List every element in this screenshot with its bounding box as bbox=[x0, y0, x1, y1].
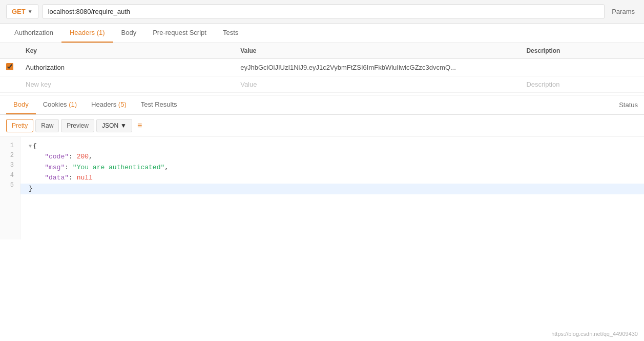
resp-toolbar: Pretty Raw Preview JSON ▼ ≡ bbox=[0, 115, 644, 137]
tab-headers[interactable]: Headers (1) bbox=[61, 24, 113, 43]
row-checkbox-cell[interactable] bbox=[0, 59, 19, 76]
new-value-placeholder: Value bbox=[240, 81, 257, 88]
col-key: Key bbox=[19, 43, 234, 59]
json-format-label: JSON bbox=[102, 122, 118, 129]
new-key-placeholder: New key bbox=[26, 81, 51, 88]
collapse-arrow[interactable]: ▼ bbox=[29, 144, 32, 149]
params-button[interactable]: Params bbox=[609, 5, 638, 18]
line-num-4: 4 bbox=[6, 171, 14, 180]
request-tabs: Authorization Headers (1) Body Pre-reque… bbox=[0, 24, 644, 43]
url-input[interactable] bbox=[43, 4, 605, 19]
row-value-text: eyJhbGciOiJIUzI1NiJ9.eyJ1c2VybmFtZSI6ImF… bbox=[240, 64, 456, 71]
json-chevron-icon: ▼ bbox=[120, 122, 127, 129]
line-num-2: 2 bbox=[6, 151, 14, 161]
code-line-1: ▼{ bbox=[29, 141, 636, 152]
headers-section: Key Value Description Authorization eyJh… bbox=[0, 43, 644, 93]
new-key-cell[interactable]: New key bbox=[19, 76, 234, 93]
cookies-badge: (1) bbox=[69, 101, 77, 108]
line-num-1: 1 bbox=[6, 141, 14, 151]
wrap-icon[interactable]: ≡ bbox=[134, 119, 145, 132]
url-bar: GET ▼ Params bbox=[0, 0, 644, 24]
col-description: Description bbox=[520, 43, 644, 59]
resp-tab-testresults[interactable]: Test Results bbox=[134, 95, 184, 114]
new-value-cell[interactable]: Value bbox=[234, 76, 520, 93]
row-checkbox[interactable] bbox=[6, 63, 13, 70]
row-desc-cell bbox=[520, 59, 644, 76]
response-section: Body Cookies (1) Headers (5) Test Result… bbox=[0, 95, 644, 239]
resp-headers-badge: (5) bbox=[118, 101, 127, 108]
method-chevron-icon: ▼ bbox=[28, 9, 33, 14]
format-raw-button[interactable]: Raw bbox=[35, 119, 59, 132]
line-num-5: 5 bbox=[6, 180, 14, 190]
code-area: 1 2 3 4 5 ▼{ "code": 200, "msg": "You ar… bbox=[0, 137, 644, 239]
json-format-dropdown[interactable]: JSON ▼ bbox=[96, 119, 132, 132]
row-key-cell: Authorization bbox=[19, 59, 234, 76]
col-checkbox bbox=[0, 43, 19, 59]
row-key-text: Authorization bbox=[26, 64, 65, 71]
code-line-3: "msg": "You are authenticated", bbox=[29, 163, 636, 173]
resp-status-label: Status bbox=[619, 101, 638, 109]
resp-tab-cookies[interactable]: Cookies (1) bbox=[36, 95, 84, 114]
new-key-row: New key Value Description bbox=[0, 76, 644, 93]
code-content: ▼{ "code": 200, "msg": "You are authenti… bbox=[20, 137, 644, 239]
response-tabs: Body Cookies (1) Headers (5) Test Result… bbox=[0, 95, 644, 115]
tab-body[interactable]: Body bbox=[113, 24, 145, 43]
row-value-cell: eyJhbGciOiJIUzI1NiJ9.eyJ1c2VybmFtZSI6ImF… bbox=[234, 59, 520, 76]
code-line-4: "data": null bbox=[29, 173, 636, 184]
method-button[interactable]: GET ▼ bbox=[6, 4, 38, 19]
tab-tests[interactable]: Tests bbox=[215, 24, 246, 43]
tab-prerequest[interactable]: Pre-request Script bbox=[144, 24, 215, 43]
resp-tab-body[interactable]: Body bbox=[6, 95, 36, 114]
new-checkbox-cell bbox=[0, 76, 19, 93]
tab-authorization[interactable]: Authorization bbox=[6, 24, 61, 43]
new-desc-cell[interactable]: Description bbox=[520, 76, 644, 93]
new-desc-placeholder: Description bbox=[526, 81, 559, 88]
method-label: GET bbox=[12, 8, 26, 15]
col-value: Value bbox=[234, 43, 520, 59]
line-numbers: 1 2 3 4 5 bbox=[0, 137, 20, 239]
line-num-3: 3 bbox=[6, 161, 14, 170]
code-line-5: } bbox=[20, 184, 644, 194]
headers-badge: (1) bbox=[97, 29, 105, 36]
code-line-2: "code": 200, bbox=[29, 152, 636, 163]
format-pretty-button[interactable]: Pretty bbox=[6, 119, 33, 132]
format-preview-button[interactable]: Preview bbox=[61, 119, 94, 132]
resp-tab-headers[interactable]: Headers (5) bbox=[84, 95, 134, 114]
table-row: Authorization eyJhbGciOiJIUzI1NiJ9.eyJ1c… bbox=[0, 59, 644, 76]
